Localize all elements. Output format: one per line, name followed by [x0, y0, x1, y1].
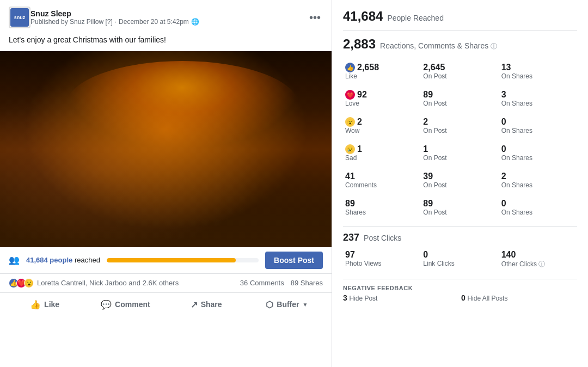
- divider-3: [343, 279, 577, 279]
- sad-total-cell: 😢 1 Sad: [343, 140, 421, 166]
- hide-post-label: Hide Post: [349, 295, 377, 302]
- comments-on-post-label: On Post: [423, 181, 497, 189]
- post-clicks-label: Post Clicks: [364, 234, 401, 242]
- buffer-label: Buffer: [277, 300, 299, 309]
- reaction-counts: 36 Comments 89 Shares: [240, 279, 323, 287]
- reached-suffix: reached: [75, 256, 100, 264]
- like-on-post-label: On Post: [423, 72, 497, 80]
- right-panel: 41,684 People Reached 2,883 Reactions, C…: [332, 0, 588, 367]
- sad-icon-small: 😢: [345, 144, 355, 154]
- separator: ·: [115, 18, 117, 26]
- like-on-shares-cell: 13 On Shares: [499, 58, 577, 84]
- post-meta: Snuz Sleep Published by Snuz Pillow [?] …: [30, 9, 307, 26]
- divider-1: [343, 30, 577, 31]
- other-clicks-cell: 140 Other Clicks ⓘ: [499, 246, 577, 273]
- wow-total-number: 😮 2: [345, 117, 419, 127]
- comments-on-shares-number: 2: [501, 172, 575, 181]
- like-button[interactable]: 👍 Like: [4, 295, 85, 314]
- sad-stats-row: 😢 1 Sad 1 On Post 0 On Shares: [343, 140, 577, 166]
- hide-all-posts-item: 0 Hide All Posts: [461, 293, 577, 302]
- wow-emoji: 😮: [24, 278, 34, 288]
- post-header: snuz Snuz Sleep Published by Snuz Pillow…: [0, 0, 332, 33]
- shares-total-number: 89: [345, 199, 419, 209]
- like-total-number: 👍 2,658: [345, 63, 419, 72]
- shares-on-shares-cell: 0 On Shares: [499, 194, 577, 221]
- shares-on-shares-number: 0: [501, 199, 575, 209]
- share-label: Share: [201, 300, 222, 309]
- comments-label: Comments: [345, 181, 419, 189]
- comment-button[interactable]: 💬 Comment: [85, 295, 166, 314]
- reactions-label: Reactions, Comments & Shares ⓘ: [380, 41, 497, 51]
- love-on-shares-number: 3: [501, 90, 575, 100]
- post-reactions-row: 👍 ❤️ 😮 Loretta Cantrell, Nick Jarboo and…: [0, 274, 332, 293]
- like-on-shares-label: On Shares: [501, 72, 575, 80]
- love-on-post-number: 89: [423, 90, 497, 100]
- page-name: Snuz Sleep: [30, 9, 307, 18]
- shares-on-shares-label: On Shares: [501, 209, 575, 216]
- reactions-row: 2,883 Reactions, Comments & Shares ⓘ: [343, 36, 577, 52]
- love-icon-small: ❤️: [345, 90, 355, 100]
- sad-on-post-number: 1: [423, 144, 497, 154]
- sad-on-shares-label: On Shares: [501, 154, 575, 162]
- logo-inner: snuz: [10, 8, 29, 27]
- emoji-group: 👍 ❤️ 😮: [9, 278, 32, 288]
- boost-bar-fill: [107, 258, 236, 262]
- love-stats-row: ❤️ 92 Love 89 On Post 3 On Shares: [343, 85, 577, 112]
- like-total-cell: 👍 2,658 Like: [343, 58, 421, 84]
- comments-stats-row: 41 Comments 39 On Post 2 On Shares: [343, 167, 577, 193]
- comments-total-number: 41: [345, 172, 419, 181]
- wow-on-shares-cell: 0 On Shares: [499, 113, 577, 139]
- link-clicks-label: Link Clicks: [423, 260, 497, 267]
- comment-label: Comment: [115, 300, 150, 309]
- love-total-number: ❤️ 92: [345, 90, 419, 100]
- wow-icon-small: 😮: [345, 117, 355, 127]
- negative-grid: 3 Hide Post 0 Hide All Posts: [343, 293, 577, 302]
- globe-icon: 🌐: [191, 18, 199, 26]
- shares-count: 89 Shares: [291, 279, 323, 287]
- sad-on-post-label: On Post: [423, 154, 497, 162]
- boost-bar-container: [107, 258, 259, 262]
- photo-views-label: Photo Views: [345, 260, 419, 267]
- like-icon-small: 👍: [345, 63, 355, 72]
- hide-post-item: 3 Hide Post: [343, 293, 459, 302]
- people-reached-label: People Reached: [387, 14, 444, 22]
- sad-on-shares-cell: 0 On Shares: [499, 140, 577, 166]
- wow-label: Wow: [345, 127, 419, 134]
- wow-on-shares-number: 0: [501, 117, 575, 127]
- post-text: Let's enjoy a great Christmas with our f…: [0, 33, 332, 51]
- people-reached-row: 41,684 People Reached: [343, 9, 577, 24]
- shares-on-post-cell: 89 On Post: [421, 194, 499, 221]
- link-clicks-number: 0: [423, 250, 497, 260]
- page-avatar: snuz: [9, 7, 30, 28]
- more-options-button[interactable]: •••: [307, 9, 323, 26]
- love-on-post-label: On Post: [423, 100, 497, 107]
- photo-views-number: 97: [345, 250, 419, 260]
- post-date: December 20 at 5:42pm: [119, 18, 189, 26]
- chevron-down-icon: ▼: [303, 302, 308, 308]
- buffer-button[interactable]: ⬡ Buffer ▼: [247, 295, 327, 314]
- shares-on-post-number: 89: [423, 199, 497, 209]
- sad-on-post-cell: 1 On Post: [421, 140, 499, 166]
- shares-stats-row: 89 Shares 89 On Post 0 On Shares: [343, 194, 577, 221]
- boost-post-button[interactable]: Boost Post: [265, 252, 323, 269]
- people-icon: 👥: [9, 255, 20, 265]
- other-clicks-label: Other Clicks ⓘ: [501, 260, 575, 269]
- app-container: snuz Snuz Sleep Published by Snuz Pillow…: [0, 0, 588, 367]
- share-button[interactable]: ↗ Share: [166, 295, 247, 314]
- comments-on-shares-cell: 2 On Shares: [499, 167, 577, 193]
- shares-on-post-label: On Post: [423, 209, 497, 216]
- reached-number[interactable]: 41,684 people: [26, 256, 72, 264]
- link-clicks-cell: 0 Link Clicks: [421, 246, 499, 273]
- like-label: Like: [345, 72, 419, 80]
- hide-post-number: 3: [343, 293, 347, 302]
- image-overlay: [0, 51, 332, 247]
- love-on-shares-cell: 3 On Shares: [499, 85, 577, 112]
- reactions-section: 2,883 Reactions, Comments & Shares ⓘ: [343, 36, 577, 52]
- people-reached-section: 41,684 People Reached: [343, 9, 577, 24]
- wow-on-post-label: On Post: [423, 127, 497, 134]
- post-subtitle: Published by Snuz Pillow [?] · December …: [30, 18, 307, 26]
- hide-all-posts-label: Hide All Posts: [467, 295, 507, 302]
- like-icon: 👍: [30, 299, 41, 310]
- buffer-icon: ⬡: [266, 299, 273, 310]
- people-reached-number: 41,684: [343, 9, 383, 24]
